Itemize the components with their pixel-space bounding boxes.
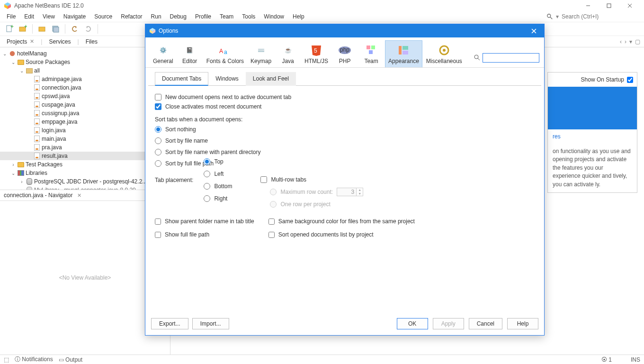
close-button[interactable] <box>619 0 640 11</box>
tab-services[interactable]: Services <box>46 37 73 46</box>
tab-files[interactable]: Files <box>83 37 100 46</box>
tab-projects[interactable]: Projects ✕ <box>4 37 37 46</box>
max-row-spinner: ▲▼ <box>337 188 363 196</box>
tree-file[interactable]: adminpage.java <box>42 76 82 82</box>
next-icon[interactable]: › <box>625 38 626 45</box>
menu-edit[interactable]: Edit <box>20 12 38 21</box>
radio-place-right[interactable] <box>204 195 210 202</box>
menu-team[interactable]: Team <box>216 12 237 21</box>
menu-debug[interactable]: Debug <box>166 12 190 21</box>
tree-test-packages[interactable]: Test Packages <box>26 161 63 168</box>
category-html-js[interactable]: 5HTML/JS <box>302 41 331 67</box>
sort-tabs-label: Sort tabs when a document opens: <box>155 116 535 123</box>
tree-file[interactable]: cussignup.java <box>42 110 79 117</box>
menu-source[interactable]: Source <box>90 12 116 21</box>
menu-file[interactable]: File <box>3 12 19 21</box>
new-project-button[interactable]: + <box>17 23 28 35</box>
chk-new-next[interactable] <box>155 94 161 100</box>
tree-package[interactable]: all <box>34 67 40 74</box>
tree-file[interactable]: connection.java <box>42 84 81 91</box>
radio-place-left[interactable] <box>204 171 210 177</box>
chk-show-full-path[interactable] <box>155 232 161 238</box>
start-link[interactable]: res <box>548 129 637 144</box>
redo-button[interactable] <box>82 23 94 35</box>
category-php[interactable]: phpPHP <box>332 41 358 67</box>
undo-button[interactable] <box>69 23 80 35</box>
ok-button[interactable]: OK <box>397 318 428 329</box>
tree-file[interactable]: main.java <box>42 136 66 142</box>
chk-same-bg[interactable] <box>268 218 275 225</box>
category-editor[interactable]: 📓Editor <box>177 41 203 67</box>
chk-close-activates[interactable] <box>155 103 161 110</box>
chk-sort-opened[interactable] <box>268 232 275 238</box>
output-button[interactable]: ▭ Output <box>59 356 82 363</box>
save-all-button[interactable] <box>50 23 61 35</box>
tree-file[interactable]: login.java <box>42 127 66 134</box>
dropdown-icon[interactable]: ▾ <box>629 38 632 45</box>
new-file-button[interactable]: + <box>4 23 15 35</box>
radio-place-bottom[interactable] <box>204 183 210 190</box>
category-general[interactable]: ⚙️General <box>150 41 176 67</box>
start-panel: Show On Startup res on functionality as … <box>547 72 637 193</box>
tree-file[interactable]: emppage.java <box>42 118 77 125</box>
tree-project[interactable]: hotelManag <box>17 50 47 57</box>
open-project-button[interactable] <box>36 23 48 35</box>
category-java[interactable]: ☕Java <box>275 41 301 67</box>
statusbar: ⬚ ⓘ Notifications ▭ Output ⦿ 1 INS <box>0 355 644 364</box>
radio-sort-full-path[interactable] <box>155 160 161 167</box>
close-icon[interactable]: ✕ <box>30 38 34 45</box>
cancel-button[interactable]: Cancel <box>469 318 502 329</box>
radio-sort-nothing[interactable] <box>155 126 161 133</box>
close-icon[interactable]: ✕ <box>77 192 81 199</box>
tree-file-selected[interactable]: result.java <box>42 153 68 159</box>
menu-tools[interactable]: Tools <box>238 12 259 21</box>
subtab-document-tabs[interactable]: Document Tabs <box>155 72 208 86</box>
category-appearance[interactable]: Appearance <box>385 40 422 67</box>
svg-rect-34 <box>402 46 408 50</box>
status-icon[interactable]: ⬚ <box>4 356 9 363</box>
menu-profile[interactable]: Profile <box>191 12 215 21</box>
menu-view[interactable]: View <box>39 12 59 21</box>
notifications-button[interactable]: ⓘ Notifications <box>15 355 53 364</box>
category-keymap[interactable]: ⌨️Keymap <box>248 41 274 67</box>
tree-libraries[interactable]: Libraries <box>26 170 47 176</box>
chk-show-parent[interactable] <box>155 218 161 225</box>
options-subtabs: Document Tabs Windows Look and Feel <box>148 68 541 86</box>
radio-place-top[interactable] <box>204 158 210 165</box>
tree-file[interactable]: cpswd.java <box>42 93 70 100</box>
chk-multi-row[interactable] <box>260 176 267 183</box>
category-fonts-colors[interactable]: AaFonts & Colors <box>204 41 247 67</box>
svg-rect-4 <box>607 4 611 8</box>
tree-lib-item[interactable]: PostgreSQL JDBC Driver - postgresql-42.2… <box>34 178 147 185</box>
show-on-startup-checkbox[interactable] <box>627 77 633 83</box>
subtab-look-and-feel[interactable]: Look and Feel <box>246 72 296 86</box>
dialog-titlebar[interactable]: Options <box>145 24 544 37</box>
tree-src-packages[interactable]: Source Packages <box>26 59 70 65</box>
radio-sort-filename-parent[interactable] <box>155 149 161 155</box>
menu-help[interactable]: Help <box>289 12 308 21</box>
menu-window[interactable]: Window <box>260 12 288 21</box>
import-button[interactable]: Import... <box>192 318 229 329</box>
category-team[interactable]: Team <box>358 41 384 67</box>
search-icon <box>474 55 481 61</box>
help-button[interactable]: Help <box>507 318 538 329</box>
maximize-panel-icon[interactable]: ▢ <box>635 38 640 45</box>
dialog-close-button[interactable] <box>527 24 540 37</box>
subtab-windows[interactable]: Windows <box>208 72 246 86</box>
options-search-input[interactable] <box>483 53 539 63</box>
radio-sort-filename[interactable] <box>155 137 161 144</box>
menu-run[interactable]: Run <box>147 12 165 21</box>
tree-lib-item[interactable]: MyLibrary - mysql-connector-java-8.0.20.… <box>34 187 141 190</box>
max-row-count-label: Maximum row count: <box>280 189 333 195</box>
tree-file[interactable]: pra.java <box>42 144 62 151</box>
category-miscellaneous[interactable]: Miscellaneous <box>423 41 465 67</box>
export-button[interactable]: Export... <box>151 318 188 329</box>
minimize-button[interactable] <box>578 0 599 11</box>
menu-refactor[interactable]: Refactor <box>117 12 146 21</box>
maximize-button[interactable] <box>599 0 619 11</box>
menu-navigate[interactable]: Navigate <box>60 12 89 21</box>
tree-file[interactable]: cuspage.java <box>42 101 75 108</box>
radio-max-row <box>270 189 277 195</box>
prev-icon[interactable]: ‹ <box>620 38 622 45</box>
global-search-input[interactable] <box>562 13 633 20</box>
